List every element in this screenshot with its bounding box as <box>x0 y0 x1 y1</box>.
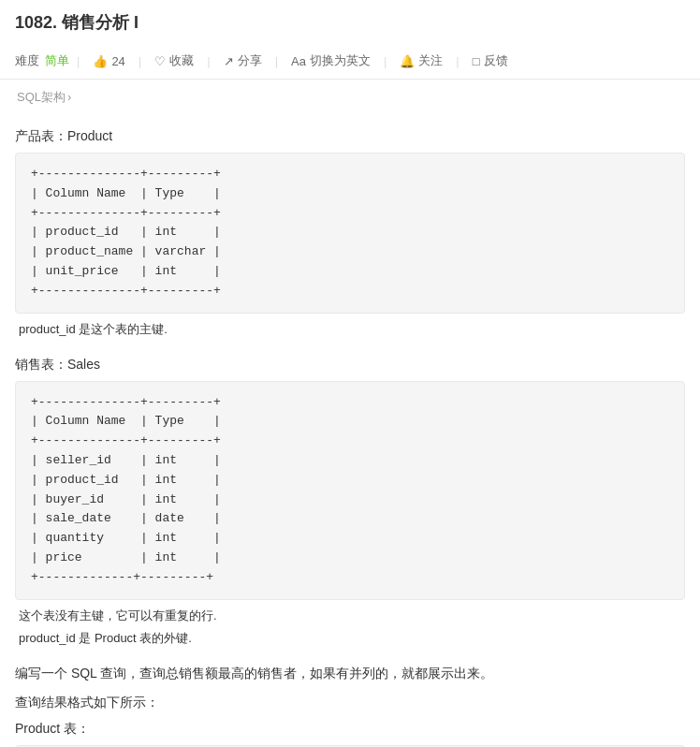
sales-table-schema: +--------------+---------+ | Column Name… <box>15 381 685 600</box>
feedback-label: 反馈 <box>484 52 508 69</box>
page-title: 1082. 销售分析 I <box>15 11 685 34</box>
page-header: 1082. 销售分析 I 难度 简单 | 👍 24 | ♡ 收藏 | ↗ 分享 … <box>0 0 700 80</box>
breadcrumb-arrow: › <box>67 90 71 104</box>
switch-label: 切换为英文 <box>310 52 371 69</box>
heart-icon: ♡ <box>154 54 166 68</box>
like-button[interactable]: 👍 24 <box>87 52 130 70</box>
toolbar: 难度 简单 | 👍 24 | ♡ 收藏 | ↗ 分享 | Aa 切换为英文 | … <box>15 43 685 79</box>
product-table-title: 产品表：Product <box>15 128 685 145</box>
product-table-note-1: product_id 是这个表的主键. <box>15 321 685 338</box>
like-count: 24 <box>111 54 124 68</box>
question-text: 编写一个 SQL 查询，查询总销售额最高的销售者，如果有并列的，就都展示出来。 <box>15 662 685 685</box>
switch-language-button[interactable]: Aa 切换为英文 <box>285 51 376 71</box>
follow-label: 关注 <box>418 52 443 69</box>
share-label: 分享 <box>238 52 262 69</box>
share-button[interactable]: ↗ 分享 <box>218 51 268 71</box>
sales-table-note-2: product_id 是 Product 表的外键. <box>15 630 685 647</box>
share-icon: ↗ <box>224 54 234 68</box>
collect-button[interactable]: ♡ 收藏 <box>149 51 199 71</box>
sales-table-note-1: 这个表没有主键，它可以有重复的行. <box>15 608 685 624</box>
like-icon: 👍 <box>93 54 108 68</box>
result-table-label: Product 表： <box>15 721 685 738</box>
breadcrumb-text: SQL架构 <box>17 90 66 104</box>
follow-button[interactable]: 🔔 关注 <box>394 51 448 71</box>
breadcrumb[interactable]: SQL架构› <box>0 80 700 115</box>
product-table-schema: +--------------+---------+ | Column Name… <box>15 153 685 314</box>
feedback-button[interactable]: □ 反馈 <box>467 51 514 71</box>
sales-table-title: 销售表：Sales <box>15 357 685 374</box>
language-icon: Aa <box>291 54 306 68</box>
difficulty-label: 难度 <box>15 52 39 69</box>
result-label: 查询结果格式如下所示： <box>15 695 685 711</box>
main-content: 产品表：Product +--------------+---------+ |… <box>0 115 700 747</box>
difficulty-badge[interactable]: 简单 <box>45 52 69 69</box>
feedback-icon: □ <box>473 54 480 68</box>
collect-label: 收藏 <box>169 52 194 69</box>
bell-icon: 🔔 <box>400 54 415 68</box>
